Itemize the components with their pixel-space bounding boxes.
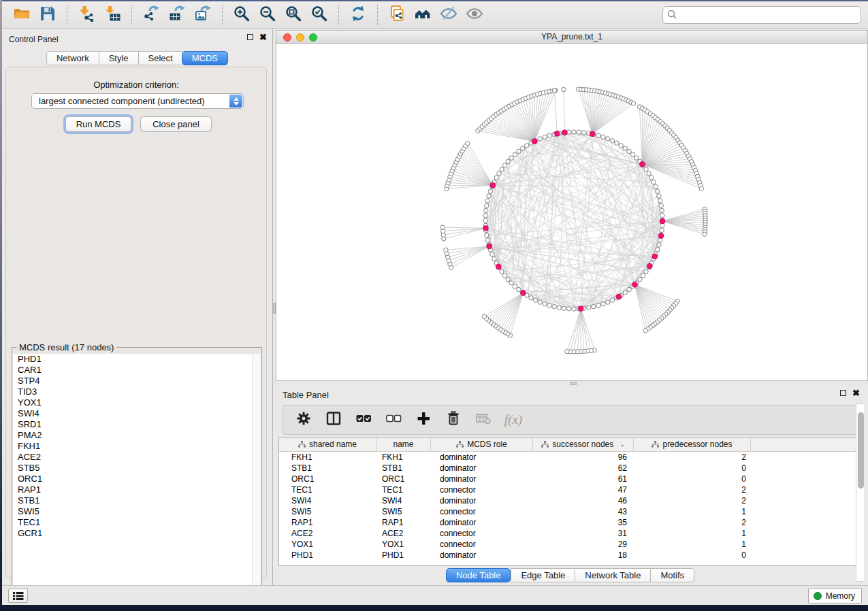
minimize-window-icon[interactable] bbox=[296, 33, 304, 42]
network-canvas[interactable] bbox=[276, 44, 868, 381]
result-list-item[interactable]: STB1 bbox=[13, 495, 261, 506]
close-panel-icon[interactable]: ✖ bbox=[852, 390, 860, 396]
table-cell: SWI4 bbox=[376, 496, 431, 506]
search-input[interactable] bbox=[662, 6, 861, 24]
function-builder-icon: f(x) bbox=[504, 412, 522, 427]
scrollbar-thumb[interactable] bbox=[858, 412, 864, 489]
result-list-item[interactable]: STP4 bbox=[13, 376, 261, 386]
result-list-item[interactable]: GCR1 bbox=[13, 528, 261, 539]
result-list-item[interactable]: SWI4 bbox=[13, 408, 261, 419]
zoom-fit-button[interactable] bbox=[283, 4, 304, 26]
network-graph[interactable] bbox=[276, 44, 867, 380]
result-list-item[interactable]: ORC1 bbox=[13, 474, 261, 484]
column-label: successor nodes bbox=[552, 440, 613, 449]
column-header-shared-name[interactable]: shared name bbox=[279, 437, 376, 451]
web-browser-button[interactable] bbox=[412, 4, 434, 26]
optimization-criterion-select[interactable]: largest connected component (undirected) bbox=[31, 93, 244, 109]
tab-mcds[interactable]: MCDS bbox=[182, 51, 228, 65]
task-history-button[interactable] bbox=[8, 589, 28, 603]
table-row[interactable]: SWI4SWI4dominator462 bbox=[279, 495, 860, 506]
export-image-button[interactable] bbox=[192, 4, 214, 26]
table-cell: 2 bbox=[634, 518, 751, 527]
close-panel-button[interactable]: Close panel bbox=[140, 116, 212, 132]
refresh-button[interactable] bbox=[347, 4, 369, 26]
import-network-button[interactable] bbox=[76, 4, 97, 26]
tab-motifs[interactable]: Motifs bbox=[650, 568, 694, 582]
float-panel-icon[interactable] bbox=[840, 390, 846, 396]
table-row[interactable]: SWI5SWI5connector431 bbox=[279, 506, 860, 517]
show-columns-button[interactable] bbox=[324, 411, 343, 429]
horizontal-splitter[interactable] bbox=[276, 381, 868, 386]
table-row[interactable]: TEC1TEC1connector472 bbox=[279, 484, 860, 495]
zoom-in-button[interactable] bbox=[231, 4, 253, 26]
table-cell: RAP1 bbox=[376, 518, 431, 527]
main-toolbar bbox=[2, 1, 868, 29]
result-list-item[interactable]: STB5 bbox=[13, 463, 261, 474]
table-cell: connector bbox=[431, 540, 533, 549]
table-row[interactable]: YOX1YOX1connector291 bbox=[279, 539, 860, 550]
table-row[interactable]: RAP1RAP1dominator352 bbox=[279, 517, 860, 528]
settings-button[interactable] bbox=[294, 411, 313, 429]
table-row[interactable]: ACE2ACE2connector311 bbox=[279, 528, 860, 539]
clone-network-button[interactable] bbox=[386, 4, 408, 26]
column-header-predecessor-nodes[interactable]: predecessor nodes bbox=[634, 437, 751, 451]
save-session-button[interactable] bbox=[37, 4, 59, 26]
maximize-window-icon[interactable] bbox=[309, 33, 317, 42]
result-list-item[interactable]: CAR1 bbox=[13, 365, 261, 376]
result-list-item[interactable]: TEC1 bbox=[13, 517, 261, 528]
splitter-handle[interactable] bbox=[570, 382, 577, 385]
control-panel-tabs: NetworkStyleSelectMCDS bbox=[2, 51, 272, 65]
table-cell: FKH1 bbox=[279, 452, 376, 462]
show-panels-button[interactable] bbox=[464, 4, 485, 26]
result-list-item[interactable]: PHD1 bbox=[13, 354, 261, 365]
close-window-icon[interactable] bbox=[283, 33, 291, 42]
open-file-button[interactable] bbox=[11, 4, 33, 26]
tab-select[interactable]: Select bbox=[138, 51, 182, 65]
export-network-button[interactable] bbox=[140, 4, 162, 26]
tab-node-table[interactable]: Node Table bbox=[446, 568, 511, 582]
column-header-name[interactable]: name bbox=[376, 437, 431, 451]
table-row[interactable]: STB1STB1dominator620 bbox=[279, 463, 860, 474]
tab-edge-table[interactable]: Edge Table bbox=[511, 568, 575, 582]
network-window-titlebar[interactable]: YPA_prune.txt_1 bbox=[276, 30, 868, 44]
table-cell: 29 bbox=[533, 540, 634, 549]
add-column-button[interactable] bbox=[414, 411, 433, 429]
deselect-all-button[interactable] bbox=[384, 411, 403, 429]
result-list-item[interactable]: TID3 bbox=[13, 386, 261, 397]
result-list-item[interactable]: ACE2 bbox=[13, 452, 261, 463]
table-row[interactable]: ORC1ORC1dominator610 bbox=[279, 474, 860, 484]
table-scrollbar[interactable] bbox=[856, 403, 865, 582]
table-row[interactable]: PHD1PHD1dominator180 bbox=[279, 550, 860, 561]
table-cell: 62 bbox=[533, 463, 634, 473]
result-list-item[interactable]: PMA2 bbox=[13, 430, 261, 441]
table-cell: 0 bbox=[634, 550, 751, 560]
memory-button[interactable]: Memory bbox=[808, 588, 862, 604]
result-list-item[interactable]: SWI5 bbox=[13, 506, 261, 517]
table-header-row: shared namenameMCDS rolesuccessor nodes⌄… bbox=[279, 437, 860, 452]
result-list-item[interactable]: RAP1 bbox=[13, 484, 261, 495]
run-mcds-button[interactable]: Run MCDS bbox=[65, 116, 131, 132]
result-list-item[interactable]: SRD1 bbox=[13, 419, 261, 430]
network-window-title: YPA_prune.txt_1 bbox=[541, 32, 602, 42]
hide-panels-button[interactable] bbox=[438, 4, 460, 26]
result-list-item[interactable]: FKH1 bbox=[13, 441, 261, 452]
export-table-button[interactable] bbox=[166, 4, 188, 26]
column-header-successor-nodes[interactable]: successor nodes⌄ bbox=[533, 437, 634, 451]
delete-columns-button[interactable] bbox=[444, 411, 463, 429]
select-all-button[interactable] bbox=[354, 411, 373, 429]
zoom-selected-button[interactable] bbox=[308, 4, 330, 26]
result-list-item[interactable]: YOX1 bbox=[13, 397, 261, 408]
tab-network-table[interactable]: Network Table bbox=[575, 568, 650, 582]
table-row[interactable]: FKH1FKH1dominator962 bbox=[279, 452, 860, 463]
close-panel-icon[interactable]: ✖ bbox=[259, 34, 267, 40]
zoom-out-button[interactable] bbox=[257, 4, 278, 26]
column-label: predecessor nodes bbox=[662, 440, 732, 449]
tab-style[interactable]: Style bbox=[99, 51, 138, 65]
toolbar-separator bbox=[67, 5, 67, 25]
result-scrollbar[interactable] bbox=[252, 354, 261, 594]
import-table-button[interactable] bbox=[101, 4, 123, 26]
column-header-MCDS-role[interactable]: MCDS role bbox=[431, 437, 533, 451]
table-panel: Table Panel ✖ f(x) shared namenameMCDS r… bbox=[273, 386, 868, 585]
float-panel-icon[interactable] bbox=[247, 34, 253, 40]
tab-network[interactable]: Network bbox=[46, 51, 99, 65]
